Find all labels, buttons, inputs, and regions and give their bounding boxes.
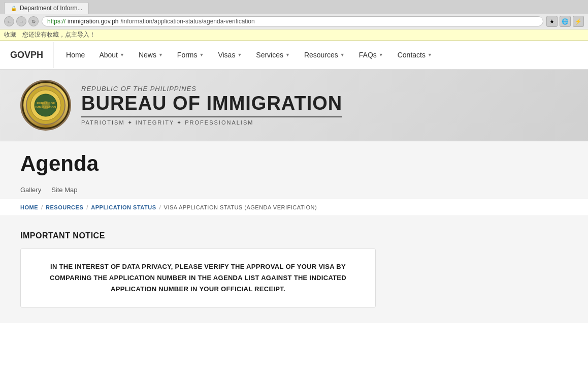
nav-label-faqs: FAQs <box>359 51 377 59</box>
chinese-action2: 您还没有收藏，点主导入！ <box>22 30 95 39</box>
services-dropdown-arrow: ▼ <box>285 52 290 57</box>
lightning-button[interactable]: ⚡ <box>573 16 584 27</box>
content-area: IMPORTANT NOTICE IN THE INTEREST OF DATA… <box>0 216 588 323</box>
notice-box: IN THE INTEREST OF DATA PRIVACY, PLEASE … <box>20 249 376 307</box>
nav-item-contacts[interactable]: Contacts ▼ <box>390 41 439 69</box>
nav-label-news: News <box>139 51 156 59</box>
refresh-button[interactable]: ↻ <box>28 16 39 26</box>
news-dropdown-arrow: ▼ <box>158 52 163 57</box>
notice-text: IN THE INTEREST OF DATA PRIVACY, PLEASE … <box>36 261 360 295</box>
nav-link-forms[interactable]: Forms ▼ <box>170 41 211 69</box>
bureau-title: Bureau of Immigration <box>81 92 342 117</box>
republic-text: Republic of the Philippines <box>81 85 342 92</box>
nav-items: Home About ▼ News ▼ Forms ▼ Visas ▼ <box>59 41 439 69</box>
breadcrumb-application-status[interactable]: APPLICATION STATUS <box>91 204 156 210</box>
sub-navigation: Gallery Site Map <box>0 181 588 199</box>
nav-link-home[interactable]: Home <box>59 41 92 69</box>
nav-label-resources: Resources <box>304 51 338 59</box>
nav-buttons: ← → ↻ <box>4 16 39 26</box>
nav-item-home[interactable]: Home <box>59 41 92 69</box>
translate-button[interactable]: 🌐 <box>560 16 571 27</box>
nav-link-faqs[interactable]: FAQs ▼ <box>352 41 390 69</box>
nav-link-contacts[interactable]: Contacts ▼ <box>390 41 439 69</box>
chinese-action1[interactable]: 收藏 <box>4 30 16 39</box>
nav-label-forms: Forms <box>177 51 198 59</box>
forward-button[interactable]: → <box>16 16 26 26</box>
nav-label-visas: Visas <box>218 51 235 59</box>
breadcrumb-sep-3: / <box>159 204 160 210</box>
nav-label-about: About <box>99 51 118 59</box>
browser-tab-bar: 🔒 Department of Inform... <box>0 0 588 14</box>
nav-item-forms[interactable]: Forms ▼ <box>170 41 211 69</box>
browser-chrome: 🔒 Department of Inform... ← → ↻ https://… <box>0 0 588 29</box>
nav-link-about[interactable]: About ▼ <box>92 41 132 69</box>
nav-item-faqs[interactable]: FAQs ▼ <box>352 41 390 69</box>
resources-dropdown-arrow: ▼ <box>340 52 345 57</box>
tagline: Patriotism ✦ Integrity ✦ Professionalism <box>81 119 342 126</box>
nav-label-home: Home <box>66 51 85 59</box>
breadcrumb: HOME / RESOURCES / APPLICATION STATUS / … <box>0 199 588 216</box>
about-dropdown-arrow: ▼ <box>120 52 124 57</box>
nav-item-resources[interactable]: Resources ▼ <box>297 41 352 69</box>
header-text: Republic of the Philippines Bureau of Im… <box>81 85 342 126</box>
nav-item-services[interactable]: Services ▼ <box>249 41 297 69</box>
site-navigation: GOVPH Home About ▼ News ▼ Forms ▼ <box>0 41 588 70</box>
svg-point-5 <box>42 101 50 109</box>
nav-label-contacts: Contacts <box>398 51 426 59</box>
breadcrumb-sep-1: / <box>41 204 43 210</box>
bureau-seal: BUREAU OF IMMIGRATION <box>20 80 71 131</box>
nav-item-visas[interactable]: Visas ▼ <box>211 41 249 69</box>
seal-inner: BUREAU OF IMMIGRATION <box>23 83 68 128</box>
nav-item-about[interactable]: About ▼ <box>92 41 132 69</box>
breadcrumb-home[interactable]: HOME <box>20 204 38 210</box>
browser-address-bar: ← → ↻ https://immigration.gov.ph/informa… <box>0 14 588 29</box>
forms-dropdown-arrow: ▼ <box>200 52 204 57</box>
sub-nav-gallery[interactable]: Gallery <box>20 186 41 194</box>
browser-tab[interactable]: 🔒 Department of Inform... <box>4 2 89 14</box>
faqs-dropdown-arrow: ▼ <box>379 52 383 57</box>
url-domain: immigration.gov.ph <box>68 18 119 25</box>
site-logo: GOVPH <box>10 42 54 68</box>
page-title-section: Agenda <box>0 141 588 181</box>
nav-link-resources[interactable]: Resources ▼ <box>297 41 352 69</box>
breadcrumb-resources[interactable]: RESOURCES <box>46 204 83 210</box>
nav-label-services: Services <box>256 51 283 59</box>
nav-link-services[interactable]: Services ▼ <box>249 41 297 69</box>
sub-nav-sitemap[interactable]: Site Map <box>51 186 77 194</box>
nav-item-news[interactable]: News ▼ <box>132 41 170 69</box>
lock-icon: 🔒 <box>11 6 17 11</box>
site-header: BUREAU OF IMMIGRATION Republic of the Ph… <box>0 70 588 141</box>
nav-link-news[interactable]: News ▼ <box>132 41 170 69</box>
nav-link-visas[interactable]: Visas ▼ <box>211 41 249 69</box>
url-path: /information/application-status/agenda-v… <box>121 18 255 25</box>
extensions-button[interactable]: ★ <box>546 16 558 27</box>
visas-dropdown-arrow: ▼ <box>237 52 242 57</box>
url-https: https:// <box>47 18 66 25</box>
contacts-dropdown-arrow: ▼ <box>428 52 432 57</box>
tab-label: Department of Inform... <box>20 5 82 12</box>
breadcrumb-current: VISA APPLICATION STATUS (AGENDA VERIFICA… <box>164 204 317 210</box>
page-title: Agenda <box>20 151 568 176</box>
breadcrumb-sep-2: / <box>86 204 88 210</box>
back-button[interactable]: ← <box>4 16 14 26</box>
url-bar[interactable]: https://immigration.gov.ph/information/a… <box>42 16 543 26</box>
chinese-toolbar: 收藏 您还没有收藏，点主导入！ <box>0 29 588 41</box>
browser-actions: ★ 🌐 ⚡ <box>546 16 584 27</box>
important-notice-title: IMPORTANT NOTICE <box>20 231 568 240</box>
